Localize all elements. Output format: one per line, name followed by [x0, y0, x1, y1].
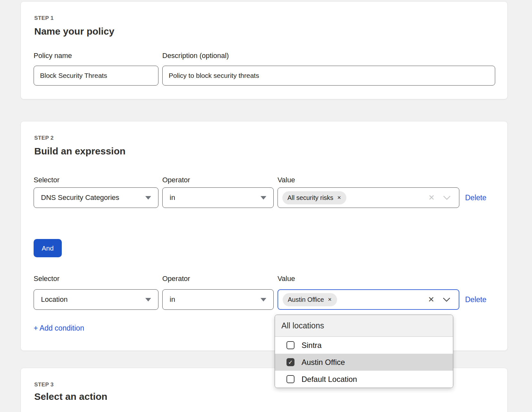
dropdown-option-default-location[interactable]: Default Location: [275, 371, 453, 388]
clear-icon[interactable]: ✕: [428, 296, 434, 303]
value-column-label: Value: [278, 275, 459, 283]
value-column-label: Value: [278, 176, 459, 184]
description-label: Description (optional): [162, 52, 229, 60]
selector-select-value: DNS Security Categories: [41, 194, 119, 202]
checkbox-unchecked[interactable]: [286, 375, 294, 383]
step2-label: STEP 2: [34, 135, 54, 141]
dropdown-option-sintra[interactable]: Sintra: [275, 337, 453, 354]
dropdown-option-austin-office[interactable]: Austin Office: [275, 354, 453, 371]
step2-title: Build an expression: [34, 146, 125, 157]
policy-builder-page: STEP 1 Name your policy Policy name Desc…: [0, 0, 532, 412]
selector-select-value: Location: [41, 295, 68, 304]
step3-title: Select an action: [34, 391, 107, 402]
add-condition-link[interactable]: + Add condition: [34, 324, 84, 333]
value-tag-label: Austin Office: [288, 296, 324, 303]
value-tag: All security risks ✕: [282, 191, 346, 204]
selector-select[interactable]: DNS Security Categories: [34, 187, 158, 208]
operator-select-value: in: [170, 295, 175, 304]
selector-column-label: Selector: [34, 275, 158, 283]
checkbox-unchecked[interactable]: [286, 341, 294, 349]
dropdown-option-label: Sintra: [302, 341, 322, 350]
tag-remove-icon[interactable]: ✕: [337, 195, 341, 201]
operator-column-label: Operator: [162, 275, 274, 283]
step1-label: STEP 1: [34, 15, 54, 21]
chevron-down-icon[interactable]: [443, 295, 450, 302]
delete-condition-button[interactable]: Delete: [465, 289, 486, 310]
dropdown-header-all-locations[interactable]: All locations: [275, 315, 453, 337]
operator-column-label: Operator: [162, 176, 274, 184]
checkbox-checked[interactable]: [286, 358, 294, 366]
value-multiselect[interactable]: All security risks ✕ ✕: [278, 187, 459, 208]
and-button[interactable]: And: [34, 239, 62, 257]
chevron-down-icon[interactable]: [443, 193, 451, 200]
dropdown-option-label: Austin Office: [302, 358, 345, 367]
dropdown-arrow-icon: [145, 196, 151, 200]
delete-condition-button[interactable]: Delete: [465, 187, 486, 208]
policy-name-label: Policy name: [34, 52, 72, 60]
operator-select-value: in: [170, 194, 175, 202]
dropdown-option-label: Default Location: [302, 375, 357, 384]
tag-remove-icon[interactable]: ✕: [328, 297, 332, 302]
operator-select[interactable]: in: [162, 289, 274, 310]
location-dropdown: All locations Sintra Austin Office Defau…: [275, 315, 453, 388]
dropdown-arrow-icon: [145, 298, 151, 301]
step3-label: STEP 3: [34, 382, 54, 388]
operator-select[interactable]: in: [162, 187, 274, 208]
step1-card: STEP 1 Name your policy Policy name Desc…: [20, 1, 508, 99]
description-input[interactable]: [162, 66, 495, 86]
value-multiselect-focused[interactable]: Austin Office ✕ ✕: [278, 289, 459, 310]
dropdown-arrow-icon: [261, 196, 266, 200]
value-tag-label: All security risks: [287, 194, 333, 202]
step1-title: Name your policy: [34, 26, 114, 37]
dropdown-arrow-icon: [261, 298, 266, 301]
selector-select[interactable]: Location: [34, 289, 158, 310]
clear-icon[interactable]: ✕: [428, 194, 435, 202]
value-tag: Austin Office ✕: [283, 293, 337, 306]
selector-column-label: Selector: [34, 176, 158, 184]
policy-name-input[interactable]: [34, 66, 158, 86]
